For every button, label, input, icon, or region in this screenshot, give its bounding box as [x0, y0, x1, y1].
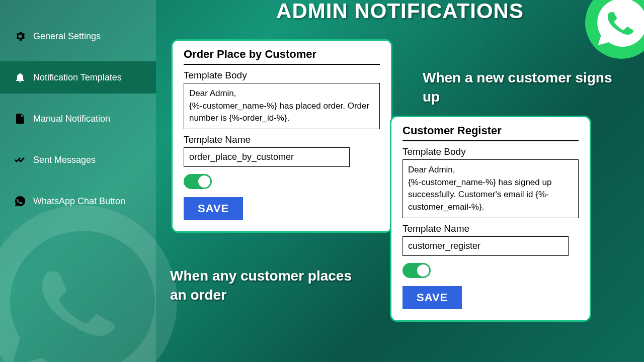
sidebar-item-sent-messages[interactable]: Sent Messages: [0, 144, 156, 176]
whatsapp-logo-icon: [584, 0, 644, 60]
gear-icon: [14, 30, 26, 42]
sidebar-item-label: Notification Templates: [33, 72, 122, 83]
double-check-icon: [14, 154, 26, 166]
template-body-label: Template Body: [403, 146, 579, 157]
card-title: Order Place by Customer: [184, 48, 380, 65]
whatsapp-icon: [14, 195, 26, 207]
sidebar-item-manual-notification[interactable]: Manual Notification: [0, 103, 156, 135]
sidebar-item-label: Sent Messages: [33, 155, 96, 165]
main-content: ADMIN NOTIFICATIONS When a new customer …: [156, 0, 644, 362]
enable-toggle[interactable]: [403, 263, 431, 278]
template-body-label: Template Body: [184, 70, 380, 81]
card-title: Customer Register: [403, 124, 579, 141]
sidebar-item-label: Manual Notification: [33, 114, 110, 124]
sidebar-item-whatsapp-chat-button[interactable]: WhatsApp Chat Button: [0, 185, 156, 217]
sidebar-item-notification-templates[interactable]: Notification Templates: [0, 61, 156, 94]
callout-signup: When a new customer signs up: [423, 68, 624, 107]
template-name-label: Template Name: [403, 223, 579, 234]
template-name-input[interactable]: order_place_by_customer: [184, 147, 350, 167]
card-customer-register: Customer Register Template Body Dear Adm…: [390, 116, 591, 322]
template-body-input[interactable]: Dear Admin, {%-customer_name-%} has plac…: [184, 83, 380, 129]
template-body-input[interactable]: Dear Admin, {%-customer_name-%} has sign…: [403, 159, 579, 218]
template-name-input[interactable]: customer_register: [403, 236, 569, 256]
page-title: ADMIN NOTIFICATIONS: [156, 0, 644, 23]
callout-order-placed: When any customer places an order: [170, 266, 371, 305]
template-name-label: Template Name: [184, 134, 380, 145]
toggle-knob: [417, 264, 429, 277]
sidebar: General Settings Notification Templates …: [0, 0, 156, 362]
save-button[interactable]: SAVE: [403, 286, 462, 309]
save-button[interactable]: SAVE: [184, 197, 243, 220]
sidebar-item-label: WhatsApp Chat Button: [33, 196, 125, 207]
document-icon: [14, 113, 26, 125]
sidebar-item-general-settings[interactable]: General Settings: [0, 20, 156, 52]
toggle-knob: [198, 175, 210, 188]
sidebar-item-label: General Settings: [33, 31, 101, 42]
enable-toggle[interactable]: [184, 174, 212, 189]
bell-icon: [14, 71, 26, 83]
card-order-place: Order Place by Customer Template Body De…: [171, 39, 392, 233]
